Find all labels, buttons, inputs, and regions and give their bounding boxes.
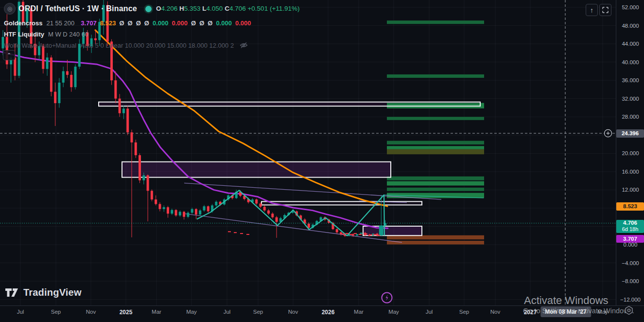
indicator-value: Ø [128, 19, 133, 27]
demand-box-small [363, 226, 422, 235]
price-tick-label: 40.000 [616, 59, 644, 65]
low-value: 4.050 [207, 5, 223, 12]
symbol-legend-row[interactable]: ◎ ORDI / TetherUS · 1W · Binance O4.206 … [4, 3, 300, 15]
tradingview-chart-window: ◎ ORDI / TetherUS · 1W · Binance O4.206 … [0, 0, 644, 322]
price-axis[interactable]: 52.00048.00044.00040.00036.00032.00028.0… [616, 0, 644, 305]
price-label-ma_fast: 8.523 [616, 202, 644, 211]
indicator-value: Ø [136, 19, 141, 27]
indicator-value: 0.000 [235, 19, 251, 27]
indicator-value: 0.000 [153, 19, 169, 27]
time-tick-label: May [388, 309, 399, 315]
time-tick-label: 2026 [322, 309, 335, 316]
plus-circle-icon[interactable] [604, 129, 612, 138]
open-value: 4.206 [161, 5, 177, 12]
tradingview-logo-icon [5, 287, 19, 298]
ohlc-readout: O4.206 H5.353 L4.050 C4.706 +0.501 (+11.… [156, 5, 300, 12]
price-label-ma_slow: 3.707 [616, 235, 644, 243]
price-tick-label: 28.000 [616, 114, 644, 120]
price-label-price: 4.7066d 18h [616, 220, 644, 233]
price-tick-label: −4.000 [616, 260, 644, 266]
indicator-value: Ø [119, 19, 124, 27]
crosshair-date-tooltip: Mon 08 Mar '27 [540, 306, 591, 317]
time-tick-label: Jul [224, 309, 231, 315]
price-tick-label: 52.000 [616, 4, 644, 10]
scroll-to-recent-button[interactable]: ↑ [586, 4, 598, 16]
symbol-title: ORDI / TetherUS · 1W · Binance [18, 5, 137, 13]
time-tick-label: Nov [490, 309, 500, 315]
close-value: 4.706 [229, 5, 246, 12]
price-tick-label: 36.000 [616, 77, 644, 83]
price-tick-label: 16.000 [616, 169, 644, 175]
eye-off-icon[interactable] [240, 42, 248, 49]
chevron-up-icon: ⌃ [7, 52, 11, 58]
price-tick-label: 20.000 [616, 150, 644, 156]
time-tick-label: Mar [152, 309, 161, 315]
time-tick-label: 2025 [120, 309, 133, 316]
time-tick-label: Nov [86, 309, 96, 315]
time-tick-label: May [597, 309, 608, 315]
arrow-up-icon: ↑ [590, 6, 593, 14]
indicator-row-goldencross[interactable]: Goldencross 21 55 200 3.7078.523ØØØØ0.00… [4, 19, 300, 27]
time-tick-label: Sep [51, 309, 61, 315]
time-tick-label: Sep [253, 309, 263, 315]
indicator-value: Ø [199, 19, 204, 27]
time-tick-label: Jul [426, 309, 433, 315]
indicator-value: Ø [191, 19, 196, 27]
price-tick-label: 48.000 [616, 23, 644, 29]
change-value: +0.501 (+11.91%) [247, 5, 299, 12]
market-status-dot-icon[interactable] [144, 4, 153, 14]
indicator-value: Ø [144, 19, 149, 27]
purple-supply-box [122, 162, 391, 178]
symbol-logo-icon: ◎ [4, 3, 16, 15]
time-tick-label: Mar [354, 309, 364, 315]
tradingview-logo-text: TradingView [23, 287, 82, 298]
collapse-legend-button[interactable]: ⌃ [3, 50, 15, 60]
settings-hex-icon[interactable] [624, 305, 634, 316]
indicator-row-htf-liquidity[interactable]: HTF Liquidity M W D 240 60 [4, 31, 300, 37]
lightning-replay-icon[interactable] [381, 291, 393, 304]
time-tick-label: 2027 [524, 309, 537, 316]
maximize-icon [602, 7, 609, 13]
indicator-value: Ø [208, 19, 212, 27]
indicator-value: 0.000 [172, 19, 188, 27]
indicator-value: 3.707 [81, 19, 97, 27]
tradingview-logo[interactable]: TradingView [5, 287, 82, 298]
price-tick-label: 12.000 [616, 187, 644, 193]
maximize-pane-button[interactable] [599, 4, 611, 16]
goldencross-values: 3.7078.523ØØØØ0.0000.000ØØØ0.0000.000 [77, 19, 251, 27]
time-axis[interactable]: Mon 08 Mar '27 JulSepNov2025MarMayJulSep… [0, 305, 644, 322]
indicator-value: 8.523 [100, 19, 116, 27]
time-tick-label: Jul [17, 309, 24, 315]
price-label-crosshair: 24.396 [616, 129, 644, 138]
price-tick-label: 32.000 [616, 96, 644, 102]
chart-legend: ◎ ORDI / TetherUS · 1W · Binance O4.206 … [4, 3, 300, 53]
price-tick-label: 44.000 [616, 41, 644, 47]
time-tick-label: May [186, 309, 197, 315]
price-tick-label: −12.000 [616, 297, 644, 303]
htf-liquidity-bands [387, 20, 484, 244]
indicator-value: 0.000 [216, 19, 232, 27]
price-tick-label: −8.000 [616, 278, 644, 284]
time-tick-label: Sep [459, 309, 469, 315]
time-tick-label: Nov [288, 309, 298, 315]
high-value: 5.353 [184, 5, 201, 12]
indicator-row-wolfe-wave[interactable]: Wolfe Wave Auto+Manual Auto 5 0 Linear 1… [4, 42, 300, 49]
